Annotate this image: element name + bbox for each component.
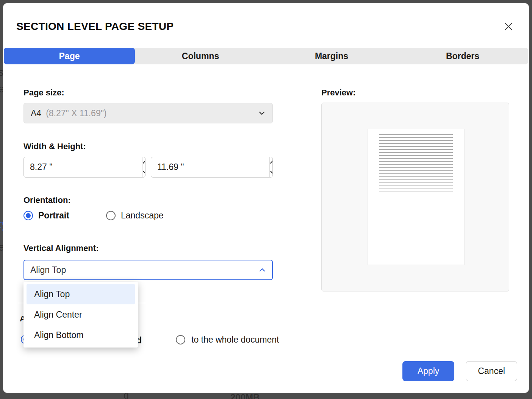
chevron-down-icon [142, 170, 146, 174]
menu-item-align-center[interactable]: Align Center [23, 304, 138, 325]
cancel-button[interactable]: Cancel [466, 361, 517, 381]
tab-label: Page [59, 51, 80, 61]
page-size-label: Page size: [23, 88, 64, 98]
menu-item-label: Align Bottom [34, 330, 83, 340]
width-height-label: Width & Height: [23, 142, 86, 151]
page-size-select[interactable]: A4 (8.27" X 11.69") [23, 103, 273, 123]
radio-selected-icon [23, 211, 33, 220]
chevron-down-icon [270, 170, 273, 174]
radio-label: Portrait [38, 210, 69, 221]
height-input[interactable] [151, 157, 269, 177]
dialog-title: SECTION LEVEL PAGE SETUP [16, 20, 174, 33]
vertical-alignment-combobox[interactable]: Align Top [23, 260, 273, 280]
tab-columns[interactable]: Columns [135, 48, 266, 64]
preview-page-thumbnail [368, 129, 464, 265]
chevron-down-icon [258, 109, 266, 117]
width-input[interactable] [24, 157, 142, 177]
preview-text-lines [379, 134, 453, 193]
height-stepper-down[interactable] [270, 167, 273, 178]
tab-borders[interactable]: Borders [397, 48, 528, 64]
width-stepper [142, 157, 146, 177]
tab-label: Columns [182, 51, 219, 61]
screen: s e ty e g 200MB SECTION LEVEL PAGE SETU… [0, 0, 532, 399]
vertical-alignment-value: Align Top [30, 265, 66, 275]
apply-to-whole-document-radio[interactable]: to the whole document [176, 335, 279, 345]
width-stepper-down[interactable] [142, 167, 146, 178]
orientation-portrait-radio[interactable]: Portrait [23, 210, 69, 221]
height-stepper [269, 157, 273, 177]
chevron-up-icon [270, 160, 273, 164]
page-size-detail: (8.27" X 11.69") [46, 108, 106, 118]
radio-label: to the whole document [191, 335, 279, 345]
background-text-fragment: 200MB [230, 392, 260, 399]
section-level-page-setup-dialog: SECTION LEVEL PAGE SETUP Page Columns Ma… [3, 3, 529, 393]
tab-margins[interactable]: Margins [266, 48, 397, 64]
vertical-alignment-menu: Align Top Align Center Align Bottom [23, 282, 138, 348]
menu-item-label: Align Center [34, 310, 82, 320]
vertical-alignment-label: Vertical Alignment: [23, 243, 99, 253]
tab-page[interactable]: Page [4, 48, 135, 64]
tab-label: Margins [315, 51, 348, 61]
menu-item-align-top[interactable]: Align Top [27, 284, 135, 304]
radio-unselected-icon [176, 335, 185, 344]
orientation-label: Orientation: [23, 195, 71, 205]
preview-label: Preview: [321, 88, 356, 98]
page-size-value: A4 [31, 108, 41, 118]
menu-item-align-bottom[interactable]: Align Bottom [23, 325, 138, 345]
tab-bar: Page Columns Margins Borders [4, 48, 528, 64]
chevron-up-icon [258, 266, 266, 274]
preview-area [321, 103, 509, 291]
height-field [151, 157, 273, 178]
orientation-landscape-radio[interactable]: Landscape [106, 210, 164, 221]
apply-button[interactable]: Apply [402, 361, 454, 381]
chevron-up-icon [142, 160, 146, 164]
height-stepper-up[interactable] [270, 157, 273, 167]
radio-unselected-icon [106, 211, 116, 220]
tab-label: Borders [446, 51, 479, 61]
close-button[interactable] [501, 19, 516, 34]
close-icon [504, 22, 513, 31]
menu-item-label: Align Top [34, 289, 70, 299]
width-stepper-up[interactable] [142, 157, 146, 167]
radio-label: Landscape [121, 210, 164, 221]
width-field [23, 157, 146, 178]
